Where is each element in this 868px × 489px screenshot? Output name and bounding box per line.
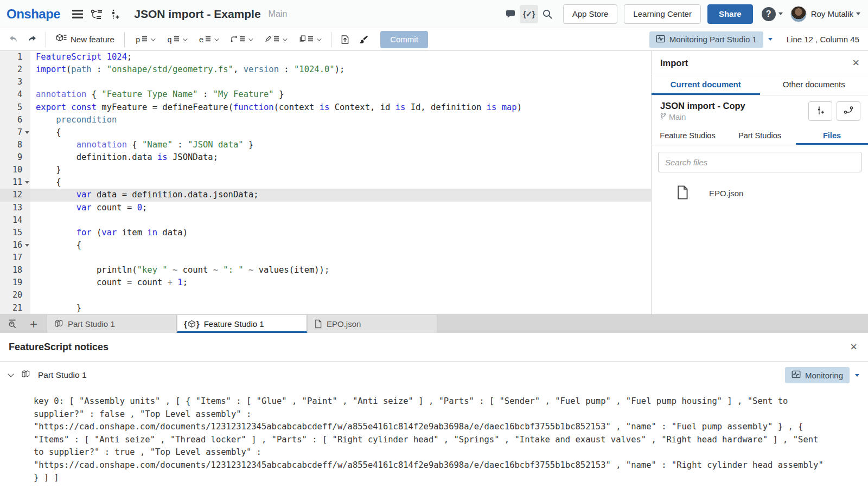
export-icon[interactable] <box>336 31 354 48</box>
comment-icon[interactable] <box>501 5 520 23</box>
code-line[interactable]: 11 { <box>0 176 651 189</box>
file-item[interactable]: EPO.json <box>652 183 868 203</box>
hamburger-menu-icon[interactable] <box>69 5 87 23</box>
tab-current-document[interactable]: Current document <box>652 74 760 95</box>
version-tree-icon[interactable] <box>87 5 106 23</box>
code-line[interactable]: 5export const myFeature = defineFeature(… <box>0 101 651 114</box>
code-line[interactable]: 13 var count = 0; <box>0 202 651 214</box>
chevron-down-icon <box>283 36 287 41</box>
subtab-feature-studios[interactable]: Feature Studios <box>652 127 724 145</box>
point-list-dropdown[interactable]: p <box>131 31 159 48</box>
monitoring-badge-caret-icon[interactable] <box>855 374 859 377</box>
commit-button[interactable]: Commit <box>380 31 428 48</box>
sketch-list-dropdown[interactable] <box>294 31 325 48</box>
code-line[interactable]: 3 <box>0 76 651 88</box>
element-tab-epo-json[interactable]: EPO.json <box>307 315 437 333</box>
chevron-down-icon <box>317 36 321 41</box>
code-line[interactable]: 9 definition.data is JSONData; <box>0 151 651 164</box>
code-line[interactable]: 4annotation { "Feature Type Name" : "My … <box>0 88 651 101</box>
add-tab-icon[interactable]: + <box>24 315 43 333</box>
code-line[interactable]: 15 for (var item in data) <box>0 227 651 239</box>
code-content: export const myFeature = defineFeature(f… <box>30 101 651 114</box>
tab-search-icon[interactable] <box>3 315 23 333</box>
tab-other-documents[interactable]: Other documents <box>760 74 868 95</box>
code-content: count = count + 1; <box>30 276 651 289</box>
pencil-icon <box>265 35 272 44</box>
share-button[interactable]: Share <box>707 4 753 24</box>
undo-icon[interactable] <box>4 31 23 48</box>
close-icon[interactable]: × <box>852 57 859 69</box>
element-tab-part-studio-1[interactable]: Part Studio 1 <box>47 315 177 333</box>
letter-glyph: q <box>167 35 171 44</box>
code-line[interactable]: 12 var data = definition.data.jsonData; <box>0 189 651 201</box>
subtab-files[interactable]: Files <box>796 127 868 145</box>
code-line[interactable]: 7 { <box>0 126 651 139</box>
console-line: } ] ] <box>34 472 863 485</box>
help-caret-icon[interactable] <box>778 12 783 15</box>
code-line[interactable]: 21 } <box>0 302 651 314</box>
code-line[interactable]: 17 <box>0 252 651 264</box>
fold-toggle-icon[interactable] <box>25 181 29 184</box>
code-line[interactable]: 6 precondition <box>0 114 651 126</box>
help-icon[interactable]: ? <box>762 7 776 21</box>
code-line[interactable]: 10 } <box>0 164 651 176</box>
user-avatar[interactable] <box>790 6 807 22</box>
notices-group-label[interactable]: Part Studio 1 <box>38 370 87 380</box>
code-line[interactable]: 1FeatureScript 1024; <box>0 51 651 63</box>
new-feature-button[interactable]: New feature <box>50 31 120 48</box>
code-line[interactable]: 8 annotation { "Name" : "JSON data" } <box>0 139 651 151</box>
clean-icon[interactable] <box>354 31 373 48</box>
fold-toggle-icon[interactable] <box>25 244 29 247</box>
code-line[interactable]: 2import(path : "onshape/std/geometry.fs"… <box>0 63 651 76</box>
line-number: 19 <box>0 276 30 289</box>
search-files-input[interactable] <box>658 152 861 172</box>
line-number: 10 <box>0 164 30 176</box>
branch-workspace-button[interactable] <box>837 101 860 121</box>
code-line[interactable]: 19 count = count + 1; <box>0 276 651 289</box>
path-list-dropdown[interactable] <box>226 31 257 48</box>
line-number: 13 <box>0 202 30 214</box>
heartbeat-monitor-icon <box>656 34 665 45</box>
learning-center-button[interactable]: Learning Center <box>624 4 701 24</box>
line-number: 12 <box>0 189 30 201</box>
list-lines-icon <box>142 36 147 42</box>
monitoring-caret-icon[interactable] <box>768 38 773 41</box>
code-content <box>30 252 651 264</box>
code-line[interactable]: 14 <box>0 214 651 227</box>
collapse-chevron-icon[interactable] <box>8 371 14 377</box>
create-version-button[interactable] <box>808 101 832 121</box>
enum-list-dropdown[interactable]: e <box>194 31 222 48</box>
subtab-part-studios[interactable]: Part Studios <box>724 127 796 145</box>
branch-icon <box>660 113 666 121</box>
search-icon[interactable] <box>538 5 557 23</box>
list-lines-icon <box>174 36 179 42</box>
feature-dropdowns: pqe <box>129 31 327 48</box>
edit-list-dropdown[interactable] <box>260 31 291 48</box>
line-number: 4 <box>0 88 30 101</box>
notices-close-icon[interactable]: × <box>850 341 857 353</box>
fold-toggle-icon[interactable] <box>25 131 29 134</box>
user-menu-caret-icon[interactable] <box>856 12 860 15</box>
code-line[interactable]: 16 { <box>0 239 651 252</box>
monitoring-badge[interactable]: Monitoring <box>785 367 850 383</box>
element-tab-feature-studio-1[interactable]: {}Feature Studio 1 <box>177 315 307 333</box>
console-output[interactable]: key 0: [ "Assembly units" , [ { "Items" … <box>0 389 868 489</box>
insert-element-icon[interactable] <box>106 5 124 23</box>
onshape-logo[interactable]: Onshape <box>7 7 60 22</box>
quantity-list-dropdown[interactable]: q <box>162 31 190 48</box>
line-number: 21 <box>0 302 30 314</box>
code-line[interactable]: 18 println("key " ~ count ~ ": " ~ value… <box>0 264 651 276</box>
code-editor[interactable]: 1FeatureScript 1024;2import(path : "onsh… <box>0 51 651 314</box>
chevron-down-icon <box>248 36 253 41</box>
code-area: 1FeatureScript 1024;2import(path : "onsh… <box>0 51 651 314</box>
document-title: JSON import - Example <box>134 8 260 21</box>
list-lines-icon <box>206 36 210 42</box>
monitoring-selector[interactable]: Monitoring Part Studio 1 <box>649 31 763 48</box>
redo-icon[interactable] <box>23 31 41 48</box>
code-line[interactable]: 20 <box>0 289 651 301</box>
app-store-button[interactable]: App Store <box>563 4 618 24</box>
featurescript-check-icon[interactable]: {✓} <box>520 5 538 23</box>
new-feature-label: New feature <box>71 35 114 44</box>
featurescript-notices-panel: FeatureScript notices × Part Studio 1 Mo… <box>0 333 868 489</box>
user-name[interactable]: Roy Mutalik <box>811 9 853 18</box>
